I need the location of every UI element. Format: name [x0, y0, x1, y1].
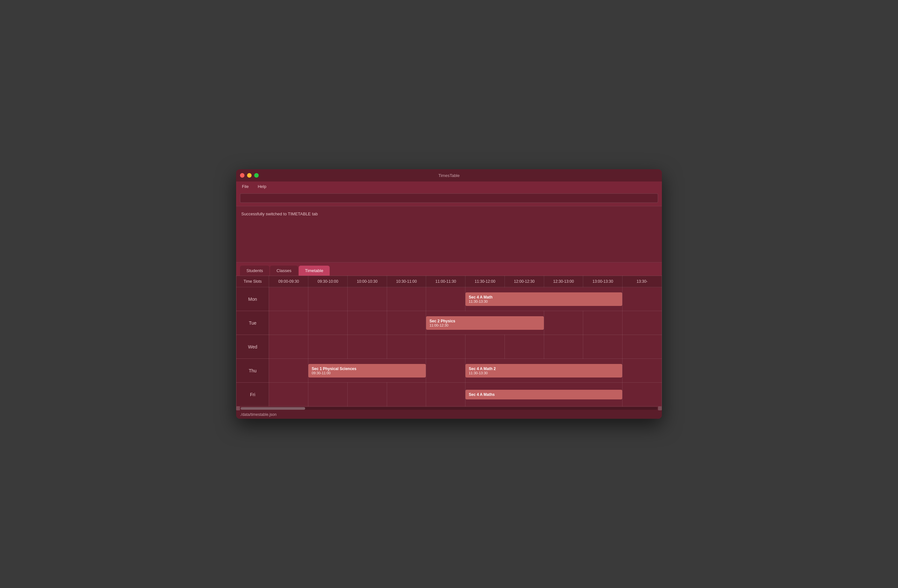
- thu-event-science-time: 09:30-11:00: [312, 371, 423, 375]
- thu-event-science[interactable]: Sec 1 Physical Sciences 09:30-11:00: [308, 359, 426, 383]
- thu-event-math2-title: Sec 4 A Math 2: [469, 367, 619, 371]
- mon-col1: [308, 287, 348, 311]
- scrollbar-track[interactable]: [241, 407, 657, 410]
- mon-event-math-title: Sec 4 A Math: [469, 295, 619, 299]
- fri-col3: [387, 383, 426, 407]
- traffic-lights: [240, 173, 259, 178]
- titlebar: TimesTable: [236, 169, 662, 181]
- tue-col0: [269, 311, 308, 335]
- timetable-header: Time Slots 09:00-09:30 09:30-10:00 10:00…: [237, 276, 662, 287]
- col-header-8: 13:00-13:30: [583, 276, 623, 287]
- wed-col7: [544, 335, 583, 359]
- tue-event-physics-title: Sec 2 Physics: [429, 319, 540, 323]
- thu-event-math2-time: 11:30-13:30: [469, 371, 619, 375]
- day-fri: Fri: [237, 383, 269, 407]
- fri-col1: [308, 383, 348, 407]
- timetable-container[interactable]: Time Slots 09:00-09:30 09:30-10:00 10:00…: [236, 276, 662, 407]
- tab-students[interactable]: Students: [240, 266, 269, 276]
- wed-col8: [583, 335, 623, 359]
- tab-timetable[interactable]: Timetable: [299, 266, 330, 276]
- tue-event-physics-time: 11:00-12:30: [429, 323, 540, 327]
- tab-classes[interactable]: Classes: [270, 266, 298, 276]
- fri-col2: [348, 383, 387, 407]
- menu-help[interactable]: Help: [256, 183, 268, 190]
- day-wed: Wed: [237, 335, 269, 359]
- thu-col4: [426, 359, 466, 383]
- wed-col0: [269, 335, 308, 359]
- window-title: TimesTable: [438, 173, 460, 178]
- scrollbar-left-btn[interactable]: [236, 407, 240, 410]
- status-path: ./data/timestable.json: [240, 412, 277, 417]
- row-tue: Tue Sec 2 Physics 11:00-12:30: [237, 311, 662, 335]
- thu-col0: [269, 359, 308, 383]
- menubar: File Help: [236, 181, 662, 192]
- thu-col9: [623, 359, 662, 383]
- tue-col3: [387, 311, 426, 335]
- day-tue: Tue: [237, 311, 269, 335]
- timetable: Time Slots 09:00-09:30 09:30-10:00 10:00…: [236, 276, 662, 407]
- scrollbar-right-btn[interactable]: [658, 407, 662, 410]
- fri-col0: [269, 383, 308, 407]
- wed-col3: [387, 335, 426, 359]
- wed-col9: [623, 335, 662, 359]
- row-thu: Thu Sec 1 Physical Sciences 09:30-11:00 …: [237, 359, 662, 383]
- fri-event-maths[interactable]: Sec 4 A Maths: [466, 383, 623, 407]
- fri-event-maths-title: Sec 4 A Maths: [469, 392, 619, 397]
- time-slots-header: Time Slots: [237, 276, 269, 287]
- scrollbar-area[interactable]: [236, 407, 662, 410]
- col-header-1: 09:30-10:00: [308, 276, 348, 287]
- mon-col2: [348, 287, 387, 311]
- tue-col8: [583, 311, 623, 335]
- status-bar: ./data/timestable.json: [236, 410, 662, 419]
- maximize-button[interactable]: [254, 173, 259, 178]
- search-bar: [236, 192, 662, 206]
- fri-col9: [623, 383, 662, 407]
- thu-event-science-title: Sec 1 Physical Sciences: [312, 367, 423, 371]
- thu-event-math2[interactable]: Sec 4 A Math 2 11:30-13:30: [466, 359, 623, 383]
- col-header-5: 11:30-12:00: [466, 276, 505, 287]
- col-header-7: 12:30-13:00: [544, 276, 583, 287]
- tue-col7: [544, 311, 583, 335]
- minimize-button[interactable]: [247, 173, 252, 178]
- close-button[interactable]: [240, 173, 244, 178]
- day-thu: Thu: [237, 359, 269, 383]
- col-header-6: 12:00-12:30: [504, 276, 544, 287]
- mon-col4: [426, 287, 466, 311]
- day-mon: Mon: [237, 287, 269, 311]
- app-window: TimesTable File Help Successfully switch…: [236, 169, 662, 419]
- wed-col6: [504, 335, 544, 359]
- wed-col2: [348, 335, 387, 359]
- col-header-4: 11:00-11:30: [426, 276, 466, 287]
- mon-event-math[interactable]: Sec 4 A Math 11:30-13:30: [466, 287, 623, 311]
- col-header-2: 10:00-10:30: [348, 276, 387, 287]
- tue-col2: [348, 311, 387, 335]
- col-header-0: 09:00-09:30: [269, 276, 308, 287]
- console-message: Successfully switched to TIMETABLE tab: [241, 212, 318, 216]
- wed-col5: [466, 335, 505, 359]
- menu-file[interactable]: File: [240, 183, 251, 190]
- mon-col0: [269, 287, 308, 311]
- tue-col9: [623, 311, 662, 335]
- tabs-bar: Students Classes Timetable: [236, 263, 662, 276]
- col-header-3: 10:30-11:00: [387, 276, 426, 287]
- scrollbar-thumb[interactable]: [241, 407, 305, 410]
- tue-col1: [308, 311, 348, 335]
- row-mon: Mon Sec 4 A Math 11:30-13:30: [237, 287, 662, 311]
- tue-event-physics[interactable]: Sec 2 Physics 11:00-12:30: [426, 311, 544, 335]
- console-area: Successfully switched to TIMETABLE tab: [236, 206, 662, 263]
- mon-col3: [387, 287, 426, 311]
- search-input[interactable]: [240, 193, 658, 203]
- mon-col9: [623, 287, 662, 311]
- mon-event-math-time: 11:30-13:30: [469, 299, 619, 303]
- wed-col1: [308, 335, 348, 359]
- row-fri: Fri Sec 4 A Maths: [237, 383, 662, 407]
- wed-col4: [426, 335, 466, 359]
- fri-col4: [426, 383, 466, 407]
- row-wed: Wed: [237, 335, 662, 359]
- col-header-9: 13:30-: [623, 276, 662, 287]
